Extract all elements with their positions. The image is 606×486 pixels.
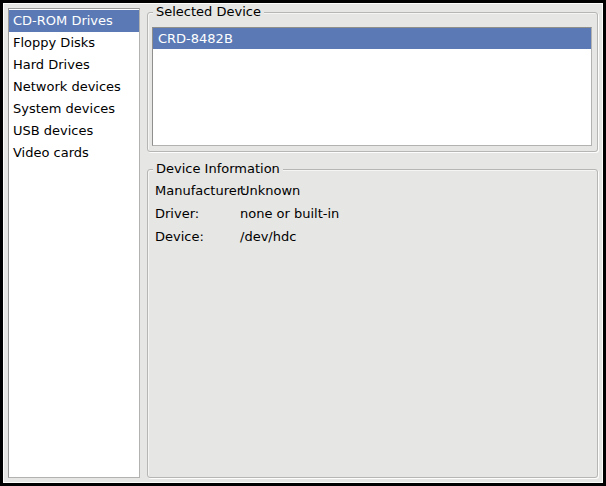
category-list: CD-ROM Drives Floppy Disks Hard Drives N… <box>8 8 140 478</box>
info-row-device: Device:/dev/hdc <box>155 225 591 248</box>
info-row-manufacturer: Manufacturer:Unknown <box>155 179 591 202</box>
manufacturer-value: Unknown <box>240 183 300 198</box>
hardware-browser-window: CD-ROM Drives Floppy Disks Hard Drives N… <box>0 0 606 486</box>
selected-device-frame: Selected Device CRD-8482B <box>147 12 598 152</box>
device-info-rows: Manufacturer:Unknown Driver:none or buil… <box>148 170 597 248</box>
device-label: Device: <box>155 225 240 248</box>
device-value: /dev/hdc <box>240 229 296 244</box>
category-item-network-devices[interactable]: Network devices <box>9 76 139 98</box>
category-item-cdrom-drives[interactable]: CD-ROM Drives <box>9 10 139 32</box>
driver-value: none or built-in <box>240 206 339 221</box>
selected-device-frame-title: Selected Device <box>153 4 264 20</box>
device-list[interactable]: CRD-8482B <box>152 27 592 146</box>
driver-label: Driver: <box>155 202 240 225</box>
detail-panel: Selected Device CRD-8482B Device Informa… <box>147 8 598 478</box>
device-info-frame-title: Device Information <box>153 161 283 177</box>
category-item-floppy-disks[interactable]: Floppy Disks <box>9 32 139 54</box>
category-item-usb-devices[interactable]: USB devices <box>9 120 139 142</box>
device-info-frame: Device Information Manufacturer:Unknown … <box>147 169 598 478</box>
manufacturer-label: Manufacturer: <box>155 179 240 202</box>
category-item-video-cards[interactable]: Video cards <box>9 142 139 164</box>
info-row-driver: Driver:none or built-in <box>155 202 591 225</box>
category-item-hard-drives[interactable]: Hard Drives <box>9 54 139 76</box>
device-list-item-crd-8482b[interactable]: CRD-8482B <box>153 28 591 49</box>
category-item-system-devices[interactable]: System devices <box>9 98 139 120</box>
